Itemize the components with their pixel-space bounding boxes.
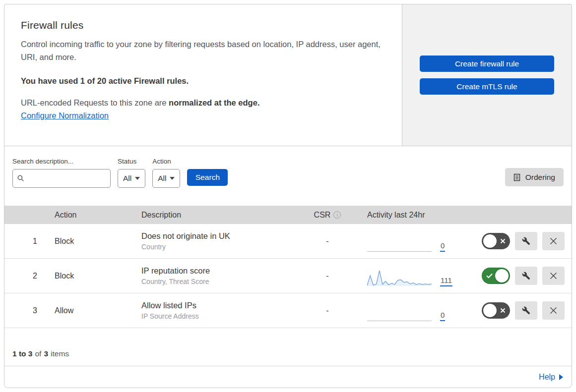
activity-count-link[interactable]: 111	[440, 277, 452, 287]
enable-toggle[interactable]	[482, 268, 510, 284]
filter-bar: Search description... Status All Action …	[4, 146, 572, 206]
status-label: Status	[118, 158, 145, 165]
activity-count-link[interactable]: 0	[440, 242, 445, 252]
edit-rule-button[interactable]	[515, 301, 537, 320]
toggle-knob	[495, 269, 509, 282]
activity-sparkline	[367, 240, 432, 252]
rule-description-fields: IP Source Address	[141, 312, 305, 320]
action-label: Action	[152, 158, 180, 165]
activity-sparkline	[367, 270, 432, 286]
ordering-button[interactable]: Ordering	[505, 168, 564, 186]
chevron-down-icon	[135, 177, 140, 180]
search-box[interactable]	[12, 169, 111, 188]
table-header: Action Description CSR i Activity last 2…	[4, 206, 572, 224]
search-label: Search description...	[12, 158, 111, 165]
rule-description: Allow listed IPs IP Source Address	[141, 301, 305, 320]
close-icon	[550, 237, 557, 245]
wrench-icon	[522, 306, 530, 315]
ordering-button-label: Ordering	[525, 173, 555, 182]
items-of: of	[35, 349, 41, 358]
normalization-text-plain: URL-encoded Requests to this zone are	[21, 98, 169, 107]
rule-activity: 111	[350, 259, 459, 293]
rule-description-title: Does not originate in UK	[141, 231, 305, 241]
rule-activity: 0	[350, 293, 459, 328]
info-icon[interactable]: i	[333, 211, 341, 219]
delete-rule-button[interactable]	[542, 301, 565, 320]
edit-rule-button[interactable]	[515, 232, 537, 250]
status-select[interactable]: All	[118, 169, 145, 188]
rule-csr: -	[305, 306, 350, 315]
enable-toggle[interactable]	[482, 233, 510, 249]
status-select-value: All	[123, 174, 131, 183]
rule-controls	[459, 267, 572, 285]
activity-count-link[interactable]: 0	[440, 311, 445, 322]
x-icon	[500, 302, 506, 319]
search-group: Search description...	[12, 158, 111, 188]
rule-csr: -	[305, 237, 350, 246]
wrench-icon	[522, 237, 530, 245]
header-section: Firewall rules Control incoming traffic …	[4, 4, 572, 146]
close-icon	[550, 307, 557, 314]
page-title: Firewall rules	[21, 19, 382, 31]
toggle-knob	[483, 304, 497, 317]
items-total: 3	[44, 349, 48, 358]
items-range: 1 to 3	[12, 349, 32, 358]
csr-column-label: CSR	[314, 211, 331, 220]
normalization-text: URL-encoded Requests to this zone are no…	[21, 98, 382, 108]
intro-panel: Firewall rules Control incoming traffic …	[4, 4, 402, 146]
rule-priority: 1	[4, 237, 55, 246]
check-icon	[486, 268, 493, 284]
x-icon	[500, 233, 506, 249]
table-footer: 1 to 3 of 3 items	[4, 328, 572, 366]
action-column-header: Action	[55, 211, 141, 220]
search-input[interactable]	[28, 174, 106, 183]
usage-text: You have used 1 of 20 active Firewall ru…	[21, 76, 382, 86]
close-icon	[550, 272, 557, 280]
configure-normalization-link[interactable]: Configure Normalization	[21, 111, 109, 120]
activity-column-header: Activity last 24hr	[350, 206, 459, 224]
rule-description: Does not originate in UK Country	[141, 231, 305, 251]
items-label: items	[51, 349, 69, 358]
search-icon	[17, 174, 25, 182]
action-select-value: All	[158, 174, 166, 183]
status-group: Status All	[118, 158, 145, 188]
delete-rule-button[interactable]	[542, 232, 565, 250]
page-description: Control incoming traffic to your zone by…	[21, 38, 382, 64]
rule-description-fields: Country, Threat Score	[141, 278, 305, 285]
rule-action: Block	[55, 237, 141, 246]
table-row: 3 Allow Allow listed IPs IP Source Addre…	[4, 293, 572, 328]
create-mtls-rule-button[interactable]: Create mTLS rule	[420, 78, 554, 95]
rule-description-title: Allow listed IPs	[141, 301, 305, 310]
firewall-rules-card: Firewall rules Control incoming traffic …	[4, 4, 572, 388]
wrench-icon	[522, 272, 530, 280]
enable-toggle[interactable]	[482, 302, 510, 319]
normalization-text-bold: normalized at the edge.	[169, 98, 259, 107]
search-button[interactable]: Search	[187, 169, 228, 186]
help-link[interactable]: Help	[539, 373, 563, 382]
ordering-icon	[513, 173, 521, 181]
table-row: 1 Block Does not originate in UK Country…	[4, 224, 572, 259]
action-group: Action All	[152, 158, 180, 188]
rule-action: Allow	[55, 306, 141, 315]
edit-rule-button[interactable]	[515, 267, 537, 285]
table-row: 2 Block IP reputation score Country, Thr…	[4, 259, 572, 293]
chevron-down-icon	[170, 177, 175, 180]
help-bar: Help	[4, 366, 572, 388]
rule-action: Block	[55, 272, 141, 280]
rule-description-title: IP reputation score	[141, 266, 305, 276]
help-arrow-icon	[559, 374, 563, 380]
actions-panel: Create firewall rule Create mTLS rule	[402, 4, 572, 146]
rule-description: IP reputation score Country, Threat Scor…	[141, 266, 305, 285]
create-firewall-rule-button[interactable]: Create firewall rule	[420, 56, 554, 72]
rule-description-fields: Country	[141, 243, 305, 251]
activity-sparkline	[367, 309, 432, 321]
rule-activity: 0	[350, 224, 459, 258]
rule-priority: 3	[4, 306, 55, 315]
toggle-knob	[483, 234, 497, 248]
delete-rule-button[interactable]	[542, 267, 565, 285]
csr-column-header: CSR i	[305, 211, 350, 220]
action-select[interactable]: All	[152, 169, 180, 188]
help-link-label: Help	[539, 373, 555, 382]
rule-priority: 2	[4, 272, 55, 280]
rule-csr: -	[305, 272, 350, 280]
